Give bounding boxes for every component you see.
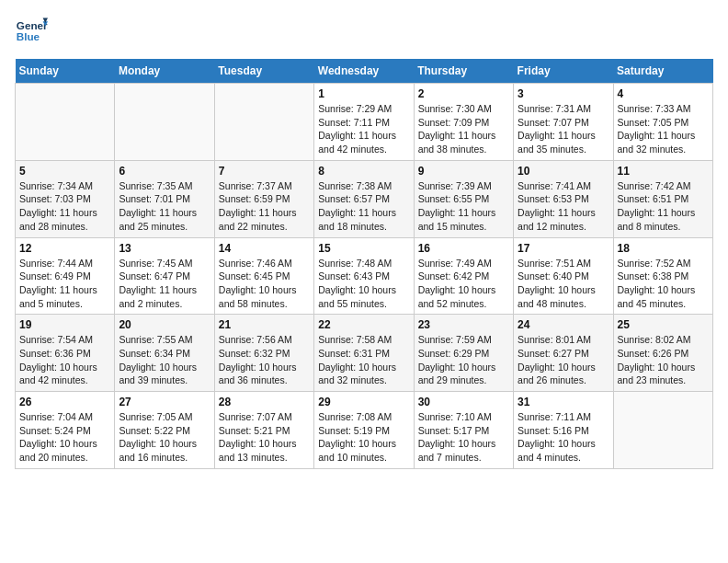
weekday-header-wednesday: Wednesday xyxy=(314,59,414,84)
calendar-cell xyxy=(613,392,712,469)
calendar-week-row: 1Sunrise: 7:29 AMSunset: 7:11 PMDaylight… xyxy=(16,84,713,161)
day-number: 28 xyxy=(219,396,310,408)
calendar-cell: 13Sunrise: 7:45 AMSunset: 6:47 PMDayligh… xyxy=(115,237,214,315)
day-number: 2 xyxy=(418,87,509,100)
calendar-header-row: SundayMondayTuesdayWednesdayThursdayFrid… xyxy=(16,59,713,84)
day-info: Sunrise: 7:39 AMSunset: 6:55 PMDaylight:… xyxy=(418,179,509,234)
day-info: Sunrise: 7:38 AMSunset: 6:57 PMDaylight:… xyxy=(318,179,409,234)
calendar-cell: 23Sunrise: 7:59 AMSunset: 6:29 PMDayligh… xyxy=(414,315,513,392)
day-info: Sunrise: 7:08 AMSunset: 5:19 PMDaylight:… xyxy=(318,410,409,465)
calendar-cell: 31Sunrise: 7:11 AMSunset: 5:16 PMDayligh… xyxy=(514,392,613,469)
day-info: Sunrise: 7:52 AMSunset: 6:38 PMDaylight:… xyxy=(618,257,709,311)
day-number: 5 xyxy=(19,165,110,178)
day-number: 30 xyxy=(418,396,509,408)
calendar-week-row: 12Sunrise: 7:44 AMSunset: 6:49 PMDayligh… xyxy=(16,237,713,315)
calendar-cell: 18Sunrise: 7:52 AMSunset: 6:38 PMDayligh… xyxy=(613,237,712,315)
calendar-cell: 20Sunrise: 7:55 AMSunset: 6:34 PMDayligh… xyxy=(115,315,214,392)
calendar-cell: 21Sunrise: 7:56 AMSunset: 6:32 PMDayligh… xyxy=(214,315,313,392)
day-number: 1 xyxy=(318,87,409,100)
weekday-header-saturday: Saturday xyxy=(613,59,712,84)
calendar-cell: 25Sunrise: 8:02 AMSunset: 6:26 PMDayligh… xyxy=(613,315,712,392)
calendar-cell: 12Sunrise: 7:44 AMSunset: 6:49 PMDayligh… xyxy=(16,237,115,315)
calendar-cell xyxy=(214,84,313,161)
calendar-cell xyxy=(115,84,214,161)
page-header: General Blue xyxy=(15,15,713,48)
day-number: 18 xyxy=(618,242,709,255)
calendar-cell: 14Sunrise: 7:46 AMSunset: 6:45 PMDayligh… xyxy=(214,237,313,315)
calendar-cell: 24Sunrise: 8:01 AMSunset: 6:27 PMDayligh… xyxy=(514,315,613,392)
weekday-header-monday: Monday xyxy=(115,59,214,84)
calendar-cell: 5Sunrise: 7:34 AMSunset: 7:03 PMDaylight… xyxy=(16,160,115,237)
day-info: Sunrise: 7:33 AMSunset: 7:05 PMDaylight:… xyxy=(618,102,709,156)
day-number: 11 xyxy=(618,165,709,178)
day-number: 7 xyxy=(219,165,310,178)
day-info: Sunrise: 7:30 AMSunset: 7:09 PMDaylight:… xyxy=(418,102,509,156)
calendar-cell: 3Sunrise: 7:31 AMSunset: 7:07 PMDaylight… xyxy=(514,84,613,161)
day-info: Sunrise: 7:37 AMSunset: 6:59 PMDaylight:… xyxy=(219,179,310,234)
calendar-cell: 28Sunrise: 7:07 AMSunset: 5:21 PMDayligh… xyxy=(214,392,313,469)
day-info: Sunrise: 7:34 AMSunset: 7:03 PMDaylight:… xyxy=(19,179,110,234)
day-info: Sunrise: 7:42 AMSunset: 6:51 PMDaylight:… xyxy=(618,179,709,234)
day-info: Sunrise: 7:49 AMSunset: 6:42 PMDaylight:… xyxy=(418,257,509,311)
day-number: 15 xyxy=(318,242,409,255)
day-number: 3 xyxy=(518,87,609,100)
day-info: Sunrise: 7:29 AMSunset: 7:11 PMDaylight:… xyxy=(318,102,409,156)
day-number: 25 xyxy=(618,318,709,331)
calendar-table: SundayMondayTuesdayWednesdayThursdayFrid… xyxy=(15,59,713,469)
day-info: Sunrise: 7:46 AMSunset: 6:45 PMDaylight:… xyxy=(219,257,310,311)
day-number: 10 xyxy=(518,165,609,178)
day-number: 24 xyxy=(518,318,609,331)
day-number: 29 xyxy=(318,396,409,408)
day-number: 9 xyxy=(418,165,509,178)
day-number: 8 xyxy=(318,165,409,178)
day-number: 20 xyxy=(119,318,210,331)
calendar-cell: 8Sunrise: 7:38 AMSunset: 6:57 PMDaylight… xyxy=(314,160,414,237)
calendar-cell xyxy=(16,84,115,161)
weekday-header-sunday: Sunday xyxy=(16,59,115,84)
calendar-cell: 15Sunrise: 7:48 AMSunset: 6:43 PMDayligh… xyxy=(314,237,414,315)
day-number: 19 xyxy=(19,318,110,331)
svg-text:Blue: Blue xyxy=(17,30,40,42)
day-info: Sunrise: 8:02 AMSunset: 6:26 PMDaylight:… xyxy=(618,333,709,387)
day-info: Sunrise: 7:45 AMSunset: 6:47 PMDaylight:… xyxy=(119,257,210,311)
day-info: Sunrise: 7:59 AMSunset: 6:29 PMDaylight:… xyxy=(418,333,509,387)
weekday-header-thursday: Thursday xyxy=(414,59,513,84)
day-info: Sunrise: 7:35 AMSunset: 7:01 PMDaylight:… xyxy=(119,179,210,234)
calendar-cell: 19Sunrise: 7:54 AMSunset: 6:36 PMDayligh… xyxy=(16,315,115,392)
day-info: Sunrise: 8:01 AMSunset: 6:27 PMDaylight:… xyxy=(518,333,609,387)
day-number: 12 xyxy=(19,242,110,255)
calendar-cell: 30Sunrise: 7:10 AMSunset: 5:17 PMDayligh… xyxy=(414,392,513,469)
calendar-week-row: 19Sunrise: 7:54 AMSunset: 6:36 PMDayligh… xyxy=(16,315,713,392)
day-info: Sunrise: 7:44 AMSunset: 6:49 PMDaylight:… xyxy=(19,257,110,311)
calendar-cell: 9Sunrise: 7:39 AMSunset: 6:55 PMDaylight… xyxy=(414,160,513,237)
day-number: 26 xyxy=(19,396,110,408)
day-number: 6 xyxy=(119,165,210,178)
day-number: 31 xyxy=(518,396,609,408)
day-info: Sunrise: 7:05 AMSunset: 5:22 PMDaylight:… xyxy=(119,410,210,465)
logo-icon: General Blue xyxy=(15,15,48,48)
calendar-cell: 10Sunrise: 7:41 AMSunset: 6:53 PMDayligh… xyxy=(514,160,613,237)
day-info: Sunrise: 7:31 AMSunset: 7:07 PMDaylight:… xyxy=(518,102,609,156)
calendar-cell: 16Sunrise: 7:49 AMSunset: 6:42 PMDayligh… xyxy=(414,237,513,315)
day-number: 13 xyxy=(119,242,210,255)
weekday-header-tuesday: Tuesday xyxy=(214,59,313,84)
calendar-cell: 7Sunrise: 7:37 AMSunset: 6:59 PMDaylight… xyxy=(214,160,313,237)
calendar-cell: 4Sunrise: 7:33 AMSunset: 7:05 PMDaylight… xyxy=(613,84,712,161)
day-number: 27 xyxy=(119,396,210,408)
day-info: Sunrise: 7:07 AMSunset: 5:21 PMDaylight:… xyxy=(219,410,310,465)
day-number: 14 xyxy=(219,242,310,255)
calendar-cell: 6Sunrise: 7:35 AMSunset: 7:01 PMDaylight… xyxy=(115,160,214,237)
calendar-cell: 2Sunrise: 7:30 AMSunset: 7:09 PMDaylight… xyxy=(414,84,513,161)
logo: General Blue xyxy=(15,15,51,48)
calendar-cell: 29Sunrise: 7:08 AMSunset: 5:19 PMDayligh… xyxy=(314,392,414,469)
calendar-week-row: 26Sunrise: 7:04 AMSunset: 5:24 PMDayligh… xyxy=(16,392,713,469)
day-info: Sunrise: 7:54 AMSunset: 6:36 PMDaylight:… xyxy=(19,333,110,387)
day-number: 23 xyxy=(418,318,509,331)
calendar-cell: 17Sunrise: 7:51 AMSunset: 6:40 PMDayligh… xyxy=(514,237,613,315)
calendar-cell: 27Sunrise: 7:05 AMSunset: 5:22 PMDayligh… xyxy=(115,392,214,469)
calendar-cell: 26Sunrise: 7:04 AMSunset: 5:24 PMDayligh… xyxy=(16,392,115,469)
weekday-header-friday: Friday xyxy=(514,59,613,84)
day-info: Sunrise: 7:51 AMSunset: 6:40 PMDaylight:… xyxy=(518,257,609,311)
calendar-cell: 11Sunrise: 7:42 AMSunset: 6:51 PMDayligh… xyxy=(613,160,712,237)
day-info: Sunrise: 7:11 AMSunset: 5:16 PMDaylight:… xyxy=(518,410,609,465)
